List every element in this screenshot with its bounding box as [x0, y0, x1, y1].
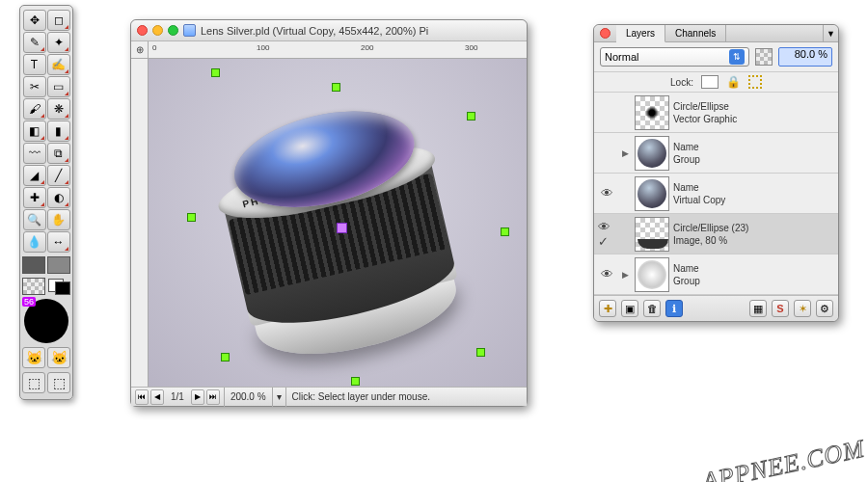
expand-toggle[interactable]: ▶: [619, 270, 631, 280]
layer-kind: Group: [673, 275, 700, 287]
layer-row[interactable]: 👁✓ Circle/Ellipse (23) Image, 80 %: [594, 214, 838, 254]
close-icon[interactable]: [137, 25, 148, 36]
brush-tool[interactable]: 🖌: [23, 98, 46, 120]
layer-name: Circle/Ellipse (23): [673, 222, 748, 234]
blend-row: Normal ⇅ 80.0 %: [594, 42, 838, 72]
layer-thumb[interactable]: [635, 176, 669, 211]
transform-center-handle[interactable]: [337, 223, 347, 233]
pattern-swatch[interactable]: [22, 278, 45, 295]
minimize-icon[interactable]: [152, 25, 163, 36]
slice-tool[interactable]: ▭: [47, 76, 70, 97]
titlebar[interactable]: Lens Silver.pld (Virtual Copy, 455x442, …: [131, 20, 527, 41]
delete-layer-button[interactable]: 🗑: [643, 300, 661, 317]
transform-handle[interactable]: [467, 112, 475, 120]
prev-page-button[interactable]: ◀: [150, 389, 164, 405]
layers-toolbar: ✚ ▣ 🗑 ℹ ▦ S ✶ ⚙: [594, 295, 838, 321]
panel-tabs: Layers Channels ▼: [594, 25, 838, 42]
lock-transparency[interactable]: [701, 75, 719, 89]
line-tool[interactable]: ╱: [47, 165, 70, 186]
move-tool[interactable]: ✥: [23, 10, 46, 31]
measure-tool[interactable]: ↔: [47, 231, 70, 253]
layer-thumb[interactable]: [635, 95, 669, 130]
crop-tool[interactable]: ✂: [23, 76, 46, 97]
zoom-value[interactable]: 200.0 %: [225, 388, 273, 407]
layer-list: Circle/Ellipse Vector Graphic ▶ Name Gro…: [594, 93, 838, 295]
ruler-horizontal: ⊕ 0 100 200 300: [131, 41, 527, 59]
expand-toggle[interactable]: ▶: [619, 148, 631, 158]
tab-layers[interactable]: Layers: [616, 25, 665, 42]
lock-label: Lock:: [670, 77, 693, 88]
visibility-toggle[interactable]: 👁✓: [598, 220, 615, 249]
background-color[interactable]: [47, 256, 70, 274]
stamp-tool[interactable]: ⧉: [47, 143, 70, 164]
eraser-tool[interactable]: ◧: [23, 120, 46, 142]
preset-c[interactable]: ⬚: [22, 372, 45, 393]
bw-swap[interactable]: [47, 278, 70, 295]
transform-handle[interactable]: [221, 353, 230, 362]
spray-tool[interactable]: ❋: [47, 98, 70, 120]
layer-name: Circle/Ellipse: [673, 100, 737, 113]
transform-handle[interactable]: [211, 68, 220, 77]
canvas[interactable]: 18 24 35 45 55 PHOTOLINE 18-120MM: [149, 59, 527, 387]
text-tool[interactable]: T: [23, 54, 46, 75]
heal-tool[interactable]: ✚: [23, 187, 46, 208]
foreground-color[interactable]: [22, 256, 45, 274]
new-layer-button[interactable]: ✚: [599, 300, 616, 317]
opacity-swatch[interactable]: [755, 48, 773, 66]
last-page-button[interactable]: ⏭: [206, 389, 220, 405]
hand-tool[interactable]: ✋: [47, 209, 70, 230]
transform-handle[interactable]: [351, 377, 360, 386]
transform-handle[interactable]: [501, 228, 509, 236]
mask-button[interactable]: ✶: [794, 300, 811, 317]
ruler-origin[interactable]: ⊕: [131, 41, 149, 59]
fill-tool[interactable]: ▮: [47, 120, 70, 142]
next-page-button[interactable]: ▶: [191, 389, 204, 405]
page-indicator: 1/1: [165, 388, 190, 407]
path-tool[interactable]: ✍: [47, 54, 70, 75]
visibility-toggle[interactable]: 👁: [598, 267, 615, 281]
zoom-tool[interactable]: 🔍: [23, 209, 46, 230]
lock-position[interactable]: [748, 75, 762, 89]
brush-preview[interactable]: 56: [24, 299, 68, 343]
panel-menu-icon[interactable]: ▼: [823, 25, 838, 41]
transform-handle[interactable]: [187, 213, 196, 222]
layer-thumb[interactable]: [635, 136, 669, 171]
wand-tool[interactable]: ✦: [47, 32, 70, 53]
first-page-button[interactable]: ⏮: [135, 389, 149, 405]
layer-thumb[interactable]: [635, 217, 669, 252]
transform-handle[interactable]: [476, 348, 485, 357]
preset-d[interactable]: ⬚: [47, 372, 70, 393]
tab-channels[interactable]: Channels: [665, 25, 726, 41]
zoom-window-icon[interactable]: [168, 25, 178, 36]
layer-row[interactable]: Circle/Ellipse Vector Graphic: [594, 93, 838, 133]
preset-a[interactable]: 🐱: [22, 347, 45, 368]
blend-mode-select[interactable]: Normal ⇅: [600, 47, 749, 67]
style-button[interactable]: S: [772, 300, 789, 317]
tool-grid: ✥ ◻ ✎ ✦ T ✍ ✂ ▭ 🖌 ❋ ◧ ▮ 〰 ⧉ ◢ ╱ ✚ ◐ 🔍 ✋ …: [23, 10, 70, 253]
eyedrop-tool[interactable]: 💧: [23, 231, 46, 253]
brush-size-badge: 56: [22, 297, 36, 307]
lock-icon[interactable]: 🔒: [726, 75, 741, 89]
layer-thumb[interactable]: [635, 257, 669, 292]
layer-row[interactable]: 👁 Name Virtual Copy: [594, 174, 838, 214]
new-group-button[interactable]: ▣: [621, 300, 638, 317]
visibility-toggle[interactable]: 👁: [598, 186, 615, 201]
select-tool[interactable]: ◻: [47, 10, 70, 31]
preset-b[interactable]: 🐱: [47, 347, 70, 368]
zoom-dropdown-icon[interactable]: ▾: [273, 388, 286, 407]
document-window: Lens Silver.pld (Virtual Copy, 455x442, …: [130, 19, 528, 407]
opacity-input[interactable]: 80.0 %: [778, 47, 832, 67]
dodge-tool[interactable]: ◐: [47, 187, 70, 208]
layer-kind: Group: [673, 153, 700, 166]
layer-row[interactable]: 👁 ▶ Name Group: [594, 254, 838, 295]
smudge-tool[interactable]: 〰: [23, 143, 46, 164]
transform-handle[interactable]: [332, 83, 340, 92]
layer-row[interactable]: ▶ Name Group: [594, 133, 838, 174]
lasso-tool[interactable]: ✎: [23, 32, 46, 53]
layer-kind: Virtual Copy: [673, 194, 725, 206]
panel-close-icon[interactable]: [600, 28, 610, 39]
layer-info-button[interactable]: ℹ: [665, 300, 683, 317]
fx-button[interactable]: ▦: [749, 300, 767, 317]
gradient-tool[interactable]: ◢: [23, 165, 46, 186]
settings-button[interactable]: ⚙: [816, 300, 833, 317]
